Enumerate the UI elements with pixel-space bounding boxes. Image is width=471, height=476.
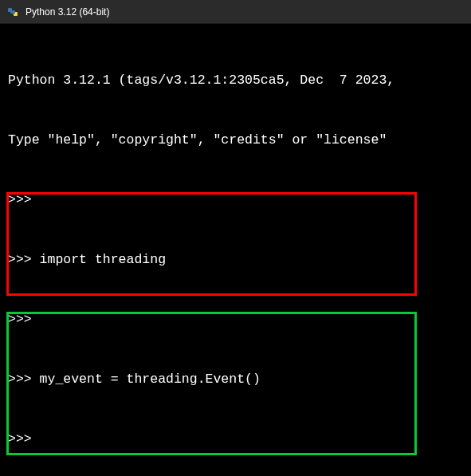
terminal-line: >>> — [8, 309, 463, 329]
terminal-line: >>> — [8, 190, 463, 210]
python-icon — [6, 6, 19, 18]
window-titlebar: Python 3.12 (64-bit) — [0, 0, 471, 24]
terminal-area[interactable]: Python 3.12.1 (tags/v3.12.1:2305ca5, Dec… — [0, 24, 471, 476]
terminal-line: >>> import threading — [8, 250, 463, 269]
terminal-line: Python 3.12.1 (tags/v3.12.1:2305ca5, Dec… — [8, 70, 463, 90]
terminal-line: >>> my_event = threading.Event() — [8, 369, 463, 389]
svg-rect-2 — [10, 10, 15, 14]
terminal-line: Type "help", "copyright", "credits" or "… — [8, 130, 463, 150]
terminal-line: >>> — [8, 429, 463, 449]
window-title: Python 3.12 (64-bit) — [26, 6, 109, 18]
